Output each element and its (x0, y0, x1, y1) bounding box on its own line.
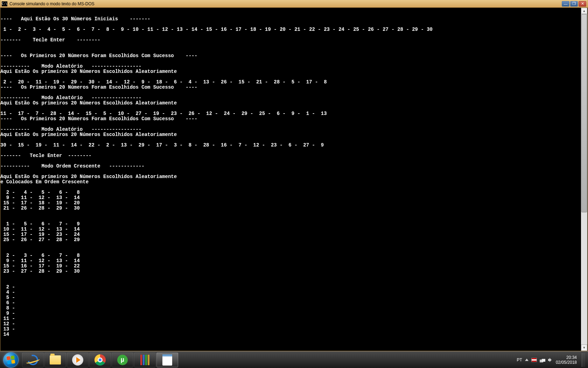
network-icon[interactable] (540, 357, 545, 362)
notepad-icon (161, 354, 173, 366)
language-indicator[interactable]: PT (517, 357, 522, 362)
clock-date: 02/05/2018 (556, 360, 577, 365)
console-output[interactable]: ---- Aqui Estão Os 30 Números Iniciais -… (0, 8, 588, 351)
taskbar-explorer[interactable] (44, 353, 66, 367)
volume-icon[interactable] (548, 357, 553, 362)
taskbar-utorrent[interactable]: µ (112, 353, 133, 367)
scroll-up-arrow[interactable]: ▲ (581, 8, 587, 14)
taskbar-ie[interactable] (22, 353, 44, 367)
books-icon (139, 354, 151, 366)
scroll-track[interactable] (581, 14, 587, 345)
scroll-thumb[interactable] (581, 14, 587, 212)
console-window: C:\ Console simulando o modo texto do MS… (0, 0, 588, 351)
utorrent-icon: µ (117, 354, 128, 366)
close-button[interactable]: ✕ (579, 1, 586, 7)
titlebar[interactable]: C:\ Console simulando o modo texto do MS… (0, 0, 588, 8)
chrome-icon (94, 354, 106, 366)
show-desktop-button[interactable] (582, 353, 585, 367)
taskbar: µ PT 20:34 02/05/2018 (0, 351, 588, 368)
tray-flag-icon[interactable] (531, 358, 537, 362)
internet-explorer-icon (27, 354, 39, 366)
maximize-button[interactable]: ❐ (570, 1, 578, 7)
start-button[interactable] (0, 352, 22, 368)
taskbar-books[interactable] (134, 353, 156, 367)
tray-overflow-icon[interactable] (525, 359, 528, 361)
app-icon: C:\ (2, 1, 7, 6)
taskbar-chrome[interactable] (89, 353, 111, 367)
taskbar-notepad[interactable] (156, 353, 178, 367)
window-title: Console simulando o modo texto do MS-DOS (9, 1, 94, 6)
folder-icon (49, 354, 61, 366)
vertical-scrollbar[interactable]: ▲ ▼ (581, 8, 587, 351)
windows-logo-icon (3, 352, 19, 368)
clock-time: 20:34 (556, 355, 577, 360)
taskbar-media-player[interactable] (67, 353, 89, 367)
scroll-down-arrow[interactable]: ▼ (581, 345, 587, 351)
system-tray: PT 20:34 02/05/2018 (514, 352, 588, 368)
media-player-icon (72, 354, 84, 366)
minimize-button[interactable]: — (562, 1, 569, 7)
tray-clock[interactable]: 20:34 02/05/2018 (556, 355, 577, 365)
